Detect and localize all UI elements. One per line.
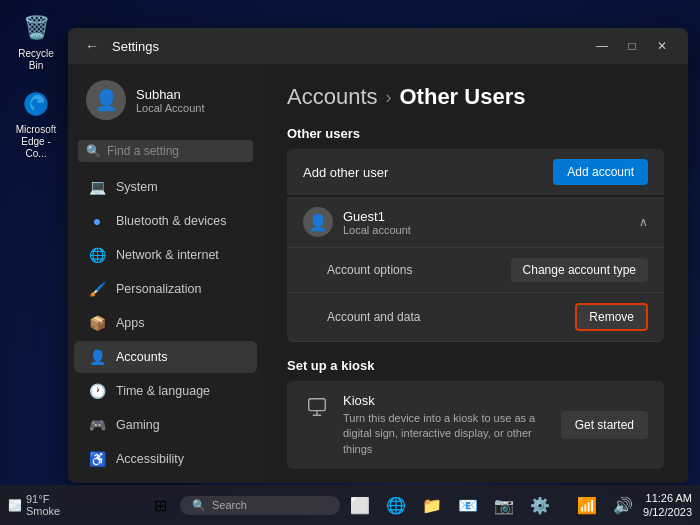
accounts-icon: 👤 (88, 348, 106, 366)
start-button[interactable]: ⊞ (144, 489, 176, 521)
guest-user-details: Guest1 Local account (343, 209, 411, 236)
taskbar-settings-icon[interactable]: ⚙️ (524, 489, 556, 521)
close-button[interactable]: ✕ (648, 32, 676, 60)
edge-icon (20, 88, 52, 120)
get-started-button[interactable]: Get started (561, 411, 648, 439)
main-content: Accounts › Other Users Other users Add o… (263, 64, 688, 483)
sidebar-item-apps[interactable]: 📦 Apps (74, 307, 257, 339)
breadcrumb-parent: Accounts (287, 84, 378, 110)
time-display: 11:26 AM (643, 491, 692, 505)
sidebar-item-accounts-label: Accounts (116, 350, 167, 364)
user-account-type: Local Account (136, 102, 205, 114)
search-icon: 🔍 (192, 499, 206, 512)
user-profile[interactable]: 👤 Subhan Local Account (74, 72, 257, 132)
network-status-icon[interactable]: 📶 (571, 489, 603, 521)
desktop-icon-edge[interactable]: Microsoft Edge - Co... (8, 84, 64, 164)
taskbar: 🌫️ 91°F Smoke ⊞ 🔍 Search ⬜ 🌐 📁 📧 📷 ⚙️ 📶 … (0, 485, 700, 525)
sidebar-item-accessibility-label: Accessibility (116, 452, 184, 466)
sidebar-item-network[interactable]: 🌐 Network & internet (74, 239, 257, 271)
sidebar-item-bluetooth-label: Bluetooth & devices (116, 214, 227, 228)
kiosk-section-title: Set up a kiosk (287, 358, 664, 373)
title-bar: ← Settings — □ ✕ (68, 28, 688, 64)
weather-icon: 🌫️ (8, 499, 22, 512)
guest-type: Local account (343, 224, 411, 236)
taskbar-edge-icon[interactable]: 🌐 (380, 489, 412, 521)
sidebar: 👤 Subhan Local Account 🔍 💻 System (68, 64, 263, 483)
bluetooth-icon: ● (88, 212, 106, 230)
guest-name: Guest1 (343, 209, 411, 224)
taskbar-weather[interactable]: 🌫️ 91°F Smoke (8, 493, 60, 517)
sidebar-item-gaming[interactable]: 🎮 Gaming (74, 409, 257, 441)
maximize-button[interactable]: □ (618, 32, 646, 60)
remove-button[interactable]: Remove (575, 303, 648, 331)
sidebar-item-privacy[interactable]: 🔒 Privacy & security (74, 477, 257, 483)
weather-condition: Smoke (26, 505, 60, 517)
sidebar-item-time-label: Time & language (116, 384, 210, 398)
kiosk-text: Kiosk Turn this device into a kiosk to u… (343, 393, 549, 457)
add-user-row: Add other user Add account (287, 149, 664, 195)
chevron-up-icon: ∧ (639, 215, 648, 229)
kiosk-title: Kiosk (343, 393, 549, 408)
search-label: Search (212, 499, 247, 511)
user-name: Subhan (136, 87, 205, 102)
sidebar-item-apps-label: Apps (116, 316, 145, 330)
kiosk-block: Kiosk Turn this device into a kiosk to u… (287, 381, 664, 469)
volume-icon[interactable]: 🔊 (607, 489, 639, 521)
breadcrumb-current: Other Users (400, 84, 526, 110)
sidebar-item-personalization-label: Personalization (116, 282, 201, 296)
window-title: Settings (112, 39, 588, 54)
search-icon: 🔍 (86, 144, 101, 158)
guest-user-header[interactable]: 👤 Guest1 Local account ∧ (287, 197, 664, 247)
taskbar-explorer-icon[interactable]: 📁 (416, 489, 448, 521)
account-data-row: Account and data Remove ➜ (287, 293, 664, 342)
avatar: 👤 (86, 80, 126, 120)
sidebar-item-gaming-label: Gaming (116, 418, 160, 432)
user-options: Account options Change account type Acco… (287, 247, 664, 342)
desktop-icons-area: 🗑️ Recycle Bin Microsoft Edge - Co... (8, 8, 64, 164)
desktop-icon-recycle-bin[interactable]: 🗑️ Recycle Bin (8, 8, 64, 76)
weather-info: 91°F Smoke (26, 493, 60, 517)
taskbar-center: ⊞ 🔍 Search ⬜ 🌐 📁 📧 📷 ⚙️ (144, 489, 556, 521)
sidebar-item-bluetooth[interactable]: ● Bluetooth & devices (74, 205, 257, 237)
account-options-label: Account options (327, 263, 412, 277)
guest-avatar: 👤 (303, 207, 333, 237)
account-options-row: Account options Change account type (287, 248, 664, 293)
date-display: 9/12/2023 (643, 505, 692, 519)
window-controls: — □ ✕ (588, 32, 676, 60)
taskbar-search[interactable]: 🔍 Search (180, 496, 340, 515)
search-container: 🔍 (78, 140, 253, 162)
personalization-icon: 🖌️ (88, 280, 106, 298)
taskbar-right: 📶 🔊 11:26 AM 9/12/2023 (571, 489, 692, 521)
add-account-button[interactable]: Add account (553, 159, 648, 185)
taskbar-photos-icon[interactable]: 📷 (488, 489, 520, 521)
sidebar-item-accessibility[interactable]: ♿ Accessibility (74, 443, 257, 475)
settings-window: ← Settings — □ ✕ 👤 Subhan Local Account (68, 28, 688, 483)
search-input[interactable] (107, 144, 245, 158)
svg-rect-0 (309, 399, 326, 411)
task-view-button[interactable]: ⬜ (344, 489, 376, 521)
kiosk-section: Set up a kiosk Kiosk Turn t (287, 358, 664, 469)
system-icon: 💻 (88, 178, 106, 196)
apps-icon: 📦 (88, 314, 106, 332)
add-other-user-label: Add other user (303, 165, 388, 180)
window-content: 👤 Subhan Local Account 🔍 💻 System (68, 64, 688, 483)
guest-user-block: 👤 Guest1 Local account ∧ Account options… (287, 197, 664, 342)
recycle-bin-icon: 🗑️ (20, 12, 52, 44)
guest-user-info: 👤 Guest1 Local account (303, 207, 411, 237)
gaming-icon: 🎮 (88, 416, 106, 434)
time-icon: 🕐 (88, 382, 106, 400)
back-button[interactable]: ← (80, 34, 104, 58)
minimize-button[interactable]: — (588, 32, 616, 60)
accessibility-icon: ♿ (88, 450, 106, 468)
sidebar-item-system[interactable]: 💻 System (74, 171, 257, 203)
sidebar-item-personalization[interactable]: 🖌️ Personalization (74, 273, 257, 305)
clock[interactable]: 11:26 AM 9/12/2023 (643, 491, 692, 520)
taskbar-mail-icon[interactable]: 📧 (452, 489, 484, 521)
sidebar-item-time[interactable]: 🕐 Time & language (74, 375, 257, 407)
breadcrumb-separator: › (386, 87, 392, 108)
network-icon: 🌐 (88, 246, 106, 264)
change-account-type-button[interactable]: Change account type (511, 258, 648, 282)
sidebar-item-accounts[interactable]: 👤 Accounts (74, 341, 257, 373)
recycle-bin-label: Recycle Bin (12, 48, 60, 72)
user-info: Subhan Local Account (136, 87, 205, 114)
